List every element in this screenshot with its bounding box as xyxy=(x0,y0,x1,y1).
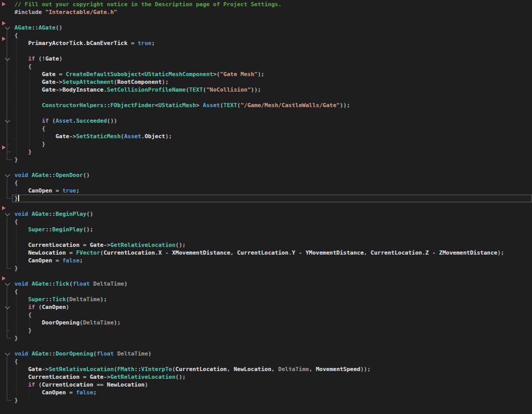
code-token-fn: Tick xyxy=(52,296,66,303)
code-token-pn: ) xyxy=(145,381,148,388)
code-line[interactable]: if (CurrentLocation == NewLocation) xyxy=(0,381,532,389)
code-token-pn: ( xyxy=(120,133,124,140)
code-line[interactable]: if (!Gate) xyxy=(0,55,532,63)
indent-guide xyxy=(16,148,17,156)
indent-guide xyxy=(29,132,30,140)
code-token-pn: = xyxy=(66,389,76,396)
code-line[interactable]: { xyxy=(0,63,532,70)
code-editor[interactable]: // Fill out your copyright notice in the… xyxy=(0,0,532,414)
code-token-var: PrimaryActorTick xyxy=(28,40,83,47)
code-line[interactable]: PrimaryActorTick.bCanEverTick = true; xyxy=(0,39,532,47)
indent-guide xyxy=(16,226,17,233)
code-line[interactable]: ConstructorHelpers::FObjectFinder<UStati… xyxy=(0,101,532,109)
code-token-pn xyxy=(14,79,42,85)
code-token-var: RootComponent xyxy=(117,79,162,85)
code-line[interactable]: // Fill out your copyright notice in the… xyxy=(0,1,532,8)
code-line[interactable]: { xyxy=(0,218,532,226)
code-token-pn: } xyxy=(14,195,18,202)
code-line[interactable]: if (CanOpen) xyxy=(0,303,532,311)
code-line[interactable] xyxy=(0,272,532,280)
code-line[interactable] xyxy=(0,109,532,117)
indent-guide xyxy=(16,249,17,257)
code-token-var: CanOpen xyxy=(42,304,66,310)
code-line[interactable] xyxy=(0,342,532,350)
code-line[interactable]: void AGate::DoorOpening(float DeltaTime) xyxy=(0,350,532,358)
code-line[interactable]: CurrentLocation = Gate->GetRelativeLocat… xyxy=(0,373,532,381)
code-token-pn: -> xyxy=(103,242,110,248)
code-line[interactable]: } xyxy=(0,195,532,202)
code-line[interactable]: Super::BeginPlay(); xyxy=(0,226,532,233)
code-line[interactable] xyxy=(0,47,532,55)
code-token-pn: } xyxy=(14,335,18,342)
code-line[interactable] xyxy=(0,164,532,171)
code-line[interactable]: Gate->BodyInstance.SetCollisionProfileNa… xyxy=(0,86,532,94)
code-token-pn: () xyxy=(86,211,93,217)
code-line[interactable]: Gate->SetupAttachment(RootComponent); xyxy=(0,78,532,86)
code-token-par: DeltaTime xyxy=(114,350,148,357)
code-token-pn: ( xyxy=(35,304,42,310)
code-line[interactable]: { xyxy=(0,288,532,295)
code-line[interactable]: } xyxy=(0,140,532,148)
code-line[interactable]: } xyxy=(0,334,532,342)
indent-guide xyxy=(16,140,17,148)
code-token-var: Gate xyxy=(45,55,59,62)
code-token-fn: SetStaticMesh xyxy=(76,133,120,140)
code-token-pn xyxy=(14,117,42,124)
indent-guide xyxy=(16,381,17,389)
code-line[interactable]: NewLocation = FVector(CurrentLocation.X … xyxy=(0,249,532,257)
indent-guide xyxy=(16,327,17,334)
code-line[interactable]: Gate->SetRelativeLocation(FMath::VInterp… xyxy=(0,365,532,373)
code-token-pn: ); xyxy=(162,79,169,85)
code-token-pn: ); xyxy=(100,296,107,303)
code-line[interactable]: CanOpen = true; xyxy=(0,187,532,195)
code-line[interactable]: Gate->SetStaticMesh(Asset.Object); xyxy=(0,132,532,140)
code-line[interactable] xyxy=(0,404,532,412)
code-token-pn: :: xyxy=(45,296,52,303)
code-line[interactable]: void AGate::OpenDoor() xyxy=(0,171,532,179)
code-token-pn: - xyxy=(295,249,306,256)
code-token-var: CurrentLocation xyxy=(175,366,226,373)
indent-guide xyxy=(16,109,17,117)
code-token-ty: AGate xyxy=(32,350,49,357)
code-area[interactable]: // Fill out your copyright notice in the… xyxy=(0,1,532,412)
code-line[interactable]: void AGate::Tick(float DeltaTime) xyxy=(0,280,532,288)
code-token-pn: = xyxy=(52,257,63,264)
code-line[interactable]: void AGate::BeginPlay() xyxy=(0,210,532,218)
code-token-pn: , xyxy=(364,249,371,256)
code-line[interactable] xyxy=(0,202,532,210)
code-token-pn: ( xyxy=(114,79,117,85)
code-line[interactable]: AGate::AGate() xyxy=(0,24,532,32)
indent-guide xyxy=(29,125,30,132)
code-line[interactable] xyxy=(0,233,532,241)
code-line[interactable]: if (Asset.Succeeded()) xyxy=(0,117,532,125)
code-line[interactable]: { xyxy=(0,358,532,365)
code-line[interactable]: CanOpen = false; xyxy=(0,257,532,264)
code-line[interactable]: { xyxy=(0,125,532,132)
code-line[interactable]: CanOpen = false; xyxy=(0,389,532,396)
code-line[interactable]: { xyxy=(0,32,532,39)
code-line[interactable]: #include "Interactable/Gate.h" xyxy=(0,8,532,16)
code-token-pn: = xyxy=(52,187,63,194)
code-line[interactable]: } xyxy=(0,264,532,272)
code-token-kw: true xyxy=(63,187,77,194)
code-token-var: XMovementDistance xyxy=(172,249,231,256)
indent-guide xyxy=(16,47,17,55)
code-token-kw: void xyxy=(14,350,32,357)
code-line[interactable]: } xyxy=(0,148,532,156)
code-line[interactable]: } xyxy=(0,396,532,404)
code-line[interactable]: { xyxy=(0,311,532,319)
code-line[interactable]: Gate = CreateDefaultSubobject<UStaticMes… xyxy=(0,70,532,78)
code-line[interactable]: DoorOpening(DeltaTime); xyxy=(0,319,532,327)
code-token-pn: ) xyxy=(66,304,69,310)
code-line[interactable] xyxy=(0,94,532,101)
code-line[interactable]: } xyxy=(0,156,532,164)
code-line[interactable] xyxy=(0,16,532,24)
code-line[interactable]: } xyxy=(0,327,532,334)
code-token-ty: AGate xyxy=(32,172,49,179)
code-token-pn: , xyxy=(230,249,237,256)
code-line[interactable]: Super::Tick(DeltaTime); xyxy=(0,295,532,303)
code-line[interactable]: CurrentLocation = Gate->GetRelativeLocat… xyxy=(0,241,532,249)
indent-guide xyxy=(29,101,30,109)
code-line[interactable]: { xyxy=(0,179,532,187)
indent-guide xyxy=(29,86,30,94)
